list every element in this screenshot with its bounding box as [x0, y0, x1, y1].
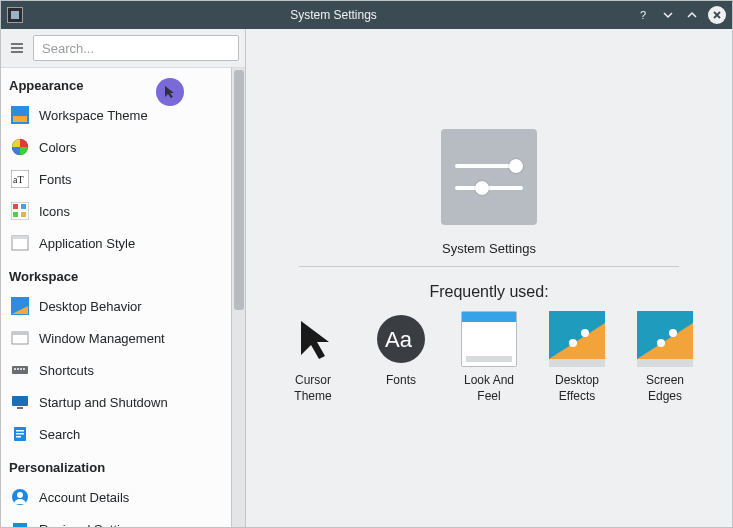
window-title: System Settings [31, 8, 636, 22]
freq-item-label: Look And Feel [453, 373, 525, 404]
main-pane: System Settings Frequently used: Cursor … [246, 29, 732, 527]
search-input[interactable] [33, 35, 239, 61]
fonts-large-icon: Aa [373, 311, 429, 367]
sidebar-item-label: Application Style [39, 236, 135, 251]
svg-point-42 [569, 339, 577, 347]
help-button[interactable]: ? [636, 7, 652, 23]
look-and-feel-icon [461, 311, 517, 367]
svg-point-30 [17, 492, 23, 498]
svg-rect-21 [20, 368, 22, 370]
sidebar: Appearance Workspace Theme Colors aT [1, 29, 246, 527]
sidebar-item-shortcuts[interactable]: Shortcuts [1, 354, 245, 386]
application-style-icon [11, 234, 29, 252]
freq-item-label: Cursor Theme [277, 373, 349, 404]
frequently-used-grid: Cursor Theme Aa Fonts Look And Feel [277, 311, 701, 404]
sidebar-item-label: Workspace Theme [39, 108, 148, 123]
icons-icon [11, 202, 29, 220]
sidebar-item-label: Account Details [39, 490, 129, 505]
freq-item-fonts[interactable]: Aa Fonts [365, 311, 437, 404]
svg-rect-24 [17, 407, 23, 409]
svg-rect-20 [17, 368, 19, 370]
svg-point-46 [669, 329, 677, 337]
svg-rect-26 [16, 430, 24, 432]
hero-label: System Settings [442, 241, 536, 256]
svg-rect-0 [11, 11, 19, 19]
titlebar: System Settings ? [1, 1, 732, 29]
sidebar-item-label: Desktop Behavior [39, 299, 142, 314]
svg-rect-23 [12, 396, 28, 406]
sidebar-item-label: Regional Settings [39, 522, 141, 528]
freq-item-label: Desktop Effects [541, 373, 613, 404]
svg-rect-38 [466, 356, 512, 362]
window-management-icon [11, 329, 29, 347]
freq-item-desktop-effects[interactable]: Desktop Effects [541, 311, 613, 404]
regional-settings-icon [11, 520, 29, 527]
scrollbar-thumb[interactable] [234, 70, 244, 310]
svg-text:aT: aT [13, 174, 24, 185]
svg-rect-11 [21, 212, 26, 217]
svg-point-41 [581, 329, 589, 337]
cursor-theme-icon [285, 311, 341, 367]
window-controls: ? [636, 6, 726, 24]
search-icon [11, 425, 29, 443]
sidebar-item-label: Fonts [39, 172, 72, 187]
svg-rect-10 [13, 212, 18, 217]
sidebar-item-desktop-behavior[interactable]: Desktop Behavior [1, 290, 245, 322]
svg-rect-31 [13, 523, 27, 527]
freq-item-look-and-feel[interactable]: Look And Feel [453, 311, 525, 404]
freq-item-cursor-theme[interactable]: Cursor Theme [277, 311, 349, 404]
svg-rect-28 [16, 436, 21, 438]
sidebar-scroll[interactable]: Appearance Workspace Theme Colors aT [1, 68, 245, 527]
section-header-personalization: Personalization [1, 450, 245, 481]
svg-marker-33 [301, 321, 329, 359]
account-details-icon [11, 488, 29, 506]
divider [299, 266, 678, 267]
svg-rect-22 [23, 368, 25, 370]
section-header-appearance: Appearance [1, 68, 245, 99]
screen-edges-icon [637, 311, 693, 367]
svg-rect-48 [637, 359, 693, 367]
sidebar-item-startup-shutdown[interactable]: Startup and Shutdown [1, 386, 245, 418]
sidebar-item-label: Icons [39, 204, 70, 219]
section-header-workspace: Workspace [1, 259, 245, 290]
workspace-theme-icon [11, 106, 29, 124]
sidebar-scrollbar[interactable] [231, 68, 245, 527]
minimize-button[interactable] [660, 7, 676, 23]
close-button[interactable] [708, 6, 726, 24]
startup-shutdown-icon [11, 393, 29, 411]
sidebar-item-account-details[interactable]: Account Details [1, 481, 245, 513]
svg-rect-37 [462, 312, 516, 322]
frequently-used-label: Frequently used: [429, 283, 548, 301]
sidebar-item-label: Window Management [39, 331, 165, 346]
sidebar-item-regional-settings[interactable]: Regional Settings [1, 513, 245, 527]
svg-text:Aa: Aa [385, 327, 413, 352]
sidebar-item-label: Colors [39, 140, 77, 155]
svg-rect-3 [13, 116, 27, 122]
sidebar-item-application-style[interactable]: Application Style [1, 227, 245, 259]
sidebar-item-fonts[interactable]: aT Fonts [1, 163, 245, 195]
sidebar-item-workspace-theme[interactable]: Workspace Theme [1, 99, 245, 131]
svg-rect-27 [16, 433, 24, 435]
sidebar-item-search[interactable]: Search [1, 418, 245, 450]
freq-item-screen-edges[interactable]: Screen Edges [629, 311, 701, 404]
sidebar-item-colors[interactable]: Colors [1, 131, 245, 163]
svg-rect-43 [549, 359, 605, 367]
svg-rect-17 [12, 332, 28, 335]
freq-item-label: Fonts [386, 373, 416, 389]
colors-icon [11, 138, 29, 156]
shortcuts-icon [11, 361, 29, 379]
svg-rect-19 [14, 368, 16, 370]
sidebar-item-icons[interactable]: Icons [1, 195, 245, 227]
desktop-behavior-icon [11, 297, 29, 315]
maximize-button[interactable] [684, 7, 700, 23]
svg-rect-13 [12, 236, 28, 239]
hamburger-button[interactable] [5, 36, 29, 60]
sidebar-item-label: Search [39, 427, 80, 442]
sidebar-item-label: Startup and Shutdown [39, 395, 168, 410]
system-settings-hero-icon [441, 129, 537, 225]
sidebar-item-window-management[interactable]: Window Management [1, 322, 245, 354]
search-row [1, 29, 245, 68]
svg-rect-9 [21, 204, 26, 209]
svg-text:?: ? [640, 9, 646, 21]
svg-point-47 [657, 339, 665, 347]
